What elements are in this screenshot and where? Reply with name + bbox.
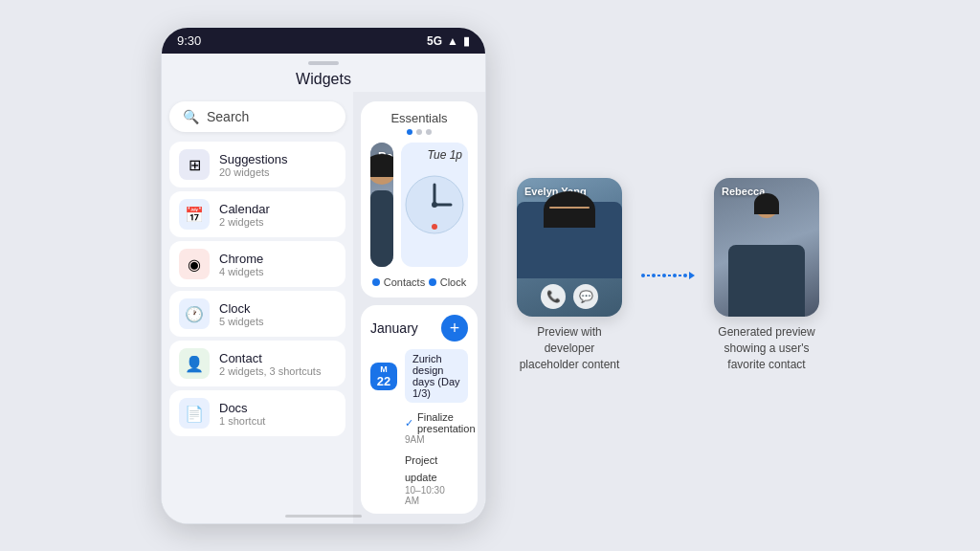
rebecca-body <box>370 190 393 267</box>
evelyn-message-btn[interactable]: 💬 <box>573 284 598 309</box>
evelyn-widget: Evelyn Yang 📞 💬 <box>517 178 622 317</box>
preview-left-label: Preview with developer placeholder conte… <box>517 324 622 372</box>
chrome-icon: ◉ <box>179 249 210 279</box>
rebecca-prev-hair <box>754 193 779 214</box>
phone-content: 🔍 Search ⊞ Suggestions 20 widgets 📅 Cale… <box>162 92 485 523</box>
dotted-arrow <box>641 272 695 279</box>
drag-handle <box>308 61 339 65</box>
sub-event-2-time: 10–10:30 AM <box>405 485 460 506</box>
search-icon: 🔍 <box>183 109 199 124</box>
rebecca-hair <box>370 154 393 177</box>
rebecca-figure <box>370 143 393 267</box>
evelyn-hair <box>544 191 595 228</box>
search-box[interactable]: 🔍 Search <box>169 101 345 132</box>
contact-photo: Rebecca 📞 💬 <box>370 143 393 267</box>
comparison-section: Evelyn Yang 📞 💬 Preview with developer p… <box>517 178 819 372</box>
contact-icon: 👤 <box>179 348 210 379</box>
chrome-name: Chrome <box>219 252 263 266</box>
sidebar-item-chrome[interactable]: ◉ Chrome 4 widgets <box>169 241 345 287</box>
calendar-count: 2 widgets <box>219 216 270 228</box>
sidebar-item-clock[interactable]: 🕐 Clock 5 widgets <box>169 291 345 337</box>
sidebar: 🔍 Search ⊞ Suggestions 20 widgets 📅 Cale… <box>162 92 353 523</box>
main-event-row: M 22 Zurich design days (Day 1/3) <box>370 349 468 403</box>
clock-widget-card[interactable]: Tue 1p <box>401 143 468 267</box>
clock-count: 5 widgets <box>219 316 263 327</box>
contacts-label-text: Contacts <box>384 276 425 288</box>
signal-icon: ▲ <box>447 34 458 48</box>
arrow-head <box>689 272 695 279</box>
contact-name: Contact <box>219 351 321 365</box>
search-label: Search <box>207 109 249 124</box>
phone-mockup: 9:30 5G ▲ ▮ Widgets 🔍 Search <box>161 27 486 524</box>
suggestions-name: Suggestions <box>219 152 288 166</box>
preview-card-right: Rebecca 📞 💬 Generated preview showing a … <box>714 178 819 372</box>
network-label: 5G <box>427 34 442 48</box>
sidebar-item-docs[interactable]: 📄 Docs 1 shortcut <box>169 390 345 436</box>
main-event-title: Zurich design days (Day 1/3) <box>412 353 460 399</box>
clock-svg <box>401 171 468 238</box>
clock-icon: 🕐 <box>179 298 210 329</box>
suggestions-icon: ⊞ <box>179 149 210 180</box>
event-num: 22 <box>376 374 391 388</box>
sub-event-2[interactable]: Project update 10–10:30 AM <box>370 448 468 509</box>
calendar-section: January + M 22 Zurich design days (Day 1… <box>361 305 478 514</box>
clock-date: Tue 1p <box>428 148 462 162</box>
calendar-add-button[interactable]: + <box>441 315 468 342</box>
scroll-indicator <box>285 515 362 518</box>
contacts-label-dot <box>372 278 380 286</box>
essentials-labels: Contacts Clock <box>370 273 468 288</box>
docs-name: Docs <box>219 401 265 415</box>
calendar-icon: 📅 <box>179 199 210 230</box>
dot-1 <box>407 129 412 135</box>
event-day: M <box>376 364 391 374</box>
comparison-row: Evelyn Yang 📞 💬 Preview with developer p… <box>517 178 819 372</box>
svg-point-3 <box>432 202 437 208</box>
rebecca-preview-widget: Rebecca 📞 💬 <box>714 178 819 317</box>
chrome-count: 4 widgets <box>219 266 263 277</box>
right-panel: Essentials <box>353 92 485 523</box>
event-date-badge: M 22 <box>370 363 397 390</box>
dot-3 <box>426 129 432 135</box>
dot-2 <box>416 129 422 135</box>
contacts-label: Contacts <box>372 276 425 288</box>
sub-event-1-time: 9AM <box>405 434 460 445</box>
clock-label-text: Clock <box>440 276 467 288</box>
essentials-cards: Rebecca 📞 💬 Tue 1p <box>370 143 468 267</box>
sidebar-item-contact[interactable]: 👤 Contact 2 widgets, 3 shortcuts <box>169 341 345 386</box>
widgets-title: Widgets <box>162 71 485 88</box>
preview-card-left: Evelyn Yang 📞 💬 Preview with developer p… <box>517 178 622 372</box>
calendar-header: January + <box>370 315 468 342</box>
widgets-titlebar: Widgets <box>162 54 485 92</box>
sub-event-2-title: Project update <box>405 454 437 483</box>
clock-label: Clock <box>429 276 467 288</box>
sub-event-1-title: Finalize presentation <box>417 411 476 434</box>
sub-event-1[interactable]: ✓ Finalize presentation 9AM <box>370 408 468 448</box>
rebecca-prev-body <box>728 245 805 317</box>
evelyn-phone-btn[interactable]: 📞 <box>541 284 566 309</box>
calendar-name: Calendar <box>219 202 270 216</box>
main-event-item[interactable]: Zurich design days (Day 1/3) <box>405 349 468 403</box>
calendar-month: January <box>370 320 418 336</box>
contact-widget-card[interactable]: Rebecca 📞 💬 <box>370 143 393 267</box>
evelyn-actions: 📞 💬 <box>541 284 598 309</box>
svg-point-4 <box>432 224 437 230</box>
preview-right-label: Generated preview showing a user's favor… <box>714 324 819 372</box>
clock-name: Clock <box>219 301 263 316</box>
sidebar-item-suggestions[interactable]: ⊞ Suggestions 20 widgets <box>169 142 345 187</box>
essentials-title: Essentials <box>370 111 468 125</box>
sidebar-item-calendar[interactable]: 📅 Calendar 2 widgets <box>169 191 345 237</box>
essentials-section: Essentials <box>361 101 478 298</box>
battery-icon: ▮ <box>463 34 470 48</box>
docs-icon: 📄 <box>179 398 210 429</box>
status-icons: 5G ▲ ▮ <box>427 34 470 48</box>
rebecca-preview-figure <box>714 178 819 317</box>
scene: 9:30 5G ▲ ▮ Widgets 🔍 Search <box>142 8 838 543</box>
status-bar: 9:30 5G ▲ ▮ <box>162 28 485 54</box>
docs-count: 1 shortcut <box>219 415 265 427</box>
clock-label-dot <box>429 278 436 286</box>
page-dots <box>370 129 468 135</box>
sub-event-1-check: ✓ <box>405 417 413 430</box>
contact-count: 2 widgets, 3 shortcuts <box>219 365 321 377</box>
status-time: 9:30 <box>177 33 201 48</box>
suggestions-count: 20 widgets <box>219 166 288 178</box>
